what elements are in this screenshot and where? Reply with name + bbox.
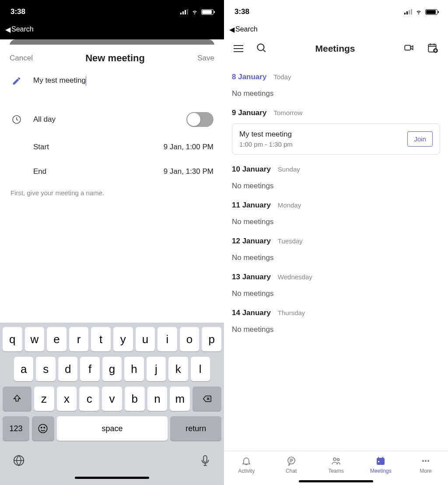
- tab-teams[interactable]: Teams: [314, 456, 358, 474]
- keyboard: qwertyuiop asdfghjkl zxcvbnm 123 space r…: [0, 323, 224, 485]
- key-d[interactable]: d: [58, 357, 77, 381]
- svg-point-1: [39, 424, 48, 433]
- schedule-list[interactable]: 8 JanuaryTodayNo meetings9 JanuaryTomorr…: [224, 62, 448, 451]
- home-indicator[interactable]: [75, 477, 149, 479]
- all-day-toggle[interactable]: [186, 112, 214, 127]
- all-day-label: All day: [33, 115, 176, 124]
- start-value: 9 Jan, 1:00 PM: [164, 143, 214, 151]
- hint-text: First, give your meeting a name.: [0, 184, 224, 202]
- join-button[interactable]: Join: [407, 131, 433, 147]
- tab-meetings[interactable]: Meetings: [358, 456, 403, 474]
- tab-label: Activity: [238, 468, 255, 474]
- svg-point-18: [427, 460, 429, 462]
- meeting-card[interactable]: My test meeting1:00 pm - 1:30 pmJoin: [232, 123, 440, 155]
- start-label: Start: [33, 143, 153, 151]
- menu-button[interactable]: [234, 45, 243, 52]
- cellular-icon: [404, 9, 412, 14]
- back-label: Search: [11, 25, 34, 33]
- key-w[interactable]: w: [25, 327, 45, 351]
- svg-point-16: [422, 460, 424, 462]
- meet-now-button[interactable]: [403, 42, 415, 55]
- end-label: End: [33, 167, 153, 176]
- svg-rect-5: [203, 456, 207, 462]
- status-time: 3:38: [10, 7, 25, 16]
- home-indicator[interactable]: [299, 480, 373, 482]
- svg-rect-7: [405, 46, 410, 50]
- status-right: [180, 9, 214, 15]
- key-k[interactable]: k: [168, 357, 188, 381]
- tab-chat[interactable]: Chat: [269, 456, 313, 474]
- key-m[interactable]: m: [170, 387, 190, 411]
- svg-point-11: [333, 458, 336, 460]
- key-r[interactable]: r: [69, 327, 89, 351]
- backspace-key[interactable]: [192, 387, 221, 411]
- svg-point-3: [44, 427, 45, 428]
- back-to-search[interactable]: ◀ Search: [224, 24, 448, 35]
- no-meetings-text: No meetings: [232, 218, 440, 226]
- back-label: Search: [235, 25, 258, 33]
- day-header: 10 JanuarySunday: [232, 165, 440, 174]
- numbers-key[interactable]: 123: [3, 416, 29, 441]
- key-g[interactable]: g: [102, 357, 122, 381]
- day-date: 9 January: [232, 109, 266, 117]
- key-u[interactable]: u: [136, 327, 155, 351]
- day-header: 14 JanuaryThursday: [232, 309, 440, 317]
- battery-icon: [425, 9, 438, 15]
- emoji-key[interactable]: [32, 416, 54, 441]
- search-button[interactable]: [256, 42, 267, 55]
- new-meeting-button[interactable]: [427, 42, 438, 55]
- day-tag: Wednesday: [278, 273, 312, 281]
- tab-activity[interactable]: Activity: [224, 456, 269, 474]
- return-key[interactable]: return: [170, 416, 221, 441]
- tab-label: More: [420, 468, 431, 474]
- start-row[interactable]: Start 9 Jan, 1:00 PM: [0, 135, 224, 159]
- save-button[interactable]: Save: [197, 54, 214, 63]
- pencil-icon: [10, 76, 23, 86]
- key-s[interactable]: s: [36, 357, 55, 381]
- globe-key[interactable]: [12, 454, 25, 469]
- back-to-search[interactable]: ◀ Search: [0, 24, 224, 35]
- back-arrow-icon: ◀: [5, 25, 10, 34]
- key-v[interactable]: v: [102, 387, 122, 411]
- day-header: 12 JanuaryTuesday: [232, 237, 440, 246]
- day-date: 12 January: [232, 237, 271, 246]
- meeting-title-input[interactable]: My test meeting: [33, 76, 86, 86]
- key-x[interactable]: x: [57, 387, 77, 411]
- key-j[interactable]: j: [147, 357, 166, 381]
- key-b[interactable]: b: [125, 387, 145, 411]
- key-z[interactable]: z: [34, 387, 54, 411]
- key-e[interactable]: e: [47, 327, 66, 351]
- svg-point-2: [41, 427, 42, 428]
- shift-key[interactable]: [3, 387, 32, 411]
- key-t[interactable]: t: [91, 327, 111, 351]
- key-a[interactable]: a: [14, 357, 33, 381]
- key-l[interactable]: l: [191, 357, 210, 381]
- key-h[interactable]: h: [124, 357, 144, 381]
- key-f[interactable]: f: [80, 357, 99, 381]
- key-c[interactable]: c: [79, 387, 99, 411]
- clock-icon: [10, 114, 23, 125]
- space-key[interactable]: space: [57, 416, 168, 441]
- tab-more[interactable]: More: [403, 456, 448, 474]
- meeting-title-row[interactable]: My test meeting: [0, 68, 224, 94]
- battery-icon: [201, 9, 214, 15]
- meeting-title: My test meeting: [239, 130, 293, 139]
- meeting-time: 1:00 pm - 1:30 pm: [239, 141, 293, 148]
- no-meetings-text: No meetings: [232, 182, 440, 190]
- mic-key[interactable]: [199, 454, 212, 469]
- end-row[interactable]: End 9 Jan, 1:30 PM: [0, 159, 224, 184]
- day-header: 11 JanuaryMonday: [232, 201, 440, 210]
- sheet-backdrop: [0, 35, 224, 39]
- modal-title: New meeting: [85, 53, 145, 64]
- key-o[interactable]: o: [180, 327, 200, 351]
- meeting-title-input-wrap[interactable]: My test meeting: [33, 76, 86, 86]
- key-y[interactable]: y: [113, 327, 133, 351]
- key-q[interactable]: q: [3, 327, 22, 351]
- key-p[interactable]: p: [202, 327, 221, 351]
- no-meetings-text: No meetings: [232, 253, 440, 262]
- key-n[interactable]: n: [147, 387, 168, 411]
- day-tag: Thursday: [278, 309, 305, 316]
- key-i[interactable]: i: [158, 327, 177, 351]
- cancel-button[interactable]: Cancel: [10, 54, 33, 63]
- status-right: [404, 9, 438, 15]
